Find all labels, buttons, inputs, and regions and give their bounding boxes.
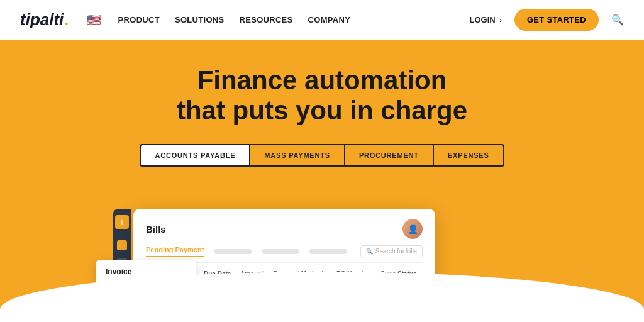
hero-tabs: ACCOUNTS PAYABLE MASS PAYMENTS PROCUREME… bbox=[140, 144, 504, 167]
nav-resources[interactable]: RESOURCES bbox=[240, 15, 293, 25]
nav-company[interactable]: COMPANY bbox=[308, 15, 351, 25]
avatar: 👤 bbox=[402, 219, 423, 239]
nav-links: PRODUCT SOLUTIONS RESOURCES COMPANY bbox=[118, 15, 351, 25]
login-arrow: › bbox=[499, 16, 502, 24]
tab-accounts-payable[interactable]: ACCOUNTS PAYABLE bbox=[140, 144, 249, 167]
tab-procurement[interactable]: PROCUREMENT bbox=[344, 144, 433, 167]
logo[interactable]: tipalti . bbox=[20, 10, 69, 30]
hero-text-area: Finance automation that puts you in char… bbox=[140, 40, 504, 167]
navbar: tipalti . 🇺🇸 PRODUCT SOLUTIONS RESOURCES… bbox=[0, 0, 644, 40]
logo-dot: . bbox=[64, 10, 69, 30]
bills-pending-tab[interactable]: Pending Payment bbox=[146, 246, 204, 257]
tab-expenses[interactable]: EXPENSES bbox=[433, 144, 504, 167]
sidebar-logo-icon: t bbox=[115, 215, 129, 229]
logo-text: tipalti bbox=[20, 10, 64, 30]
login-link[interactable]: LOGIN › bbox=[469, 15, 501, 25]
bills-header: Bills 👤 bbox=[146, 219, 423, 239]
bills-search-box[interactable]: 🔍 Search for bills bbox=[360, 245, 423, 257]
search-icon[interactable]: 🔍 bbox=[611, 14, 624, 26]
tab-placeholder-1 bbox=[214, 249, 252, 254]
nav-solutions[interactable]: SOLUTIONS bbox=[175, 15, 225, 25]
tab-mass-payments[interactable]: MASS PAYMENTS bbox=[249, 144, 344, 167]
flag-icon[interactable]: 🇺🇸 bbox=[87, 13, 101, 27]
tab-placeholder-2 bbox=[262, 249, 299, 254]
nav-left: tipalti . 🇺🇸 PRODUCT SOLUTIONS RESOURCES… bbox=[20, 10, 350, 30]
search-placeholder: Search for bills bbox=[375, 248, 417, 255]
get-started-button[interactable]: GET STARTED bbox=[514, 9, 599, 31]
hero-section: Finance automation that puts you in char… bbox=[0, 40, 644, 322]
tab-placeholder-3 bbox=[309, 249, 347, 254]
bills-title: Bills bbox=[146, 224, 166, 235]
hero-title: Finance automation that puts you in char… bbox=[177, 65, 467, 126]
nav-right: LOGIN › GET STARTED 🔍 bbox=[469, 9, 624, 31]
nav-product[interactable]: PRODUCT bbox=[118, 15, 160, 25]
sidebar-icon-active bbox=[117, 240, 127, 250]
invoice-title: Invoice bbox=[106, 267, 186, 276]
search-box-icon: 🔍 bbox=[366, 248, 373, 255]
